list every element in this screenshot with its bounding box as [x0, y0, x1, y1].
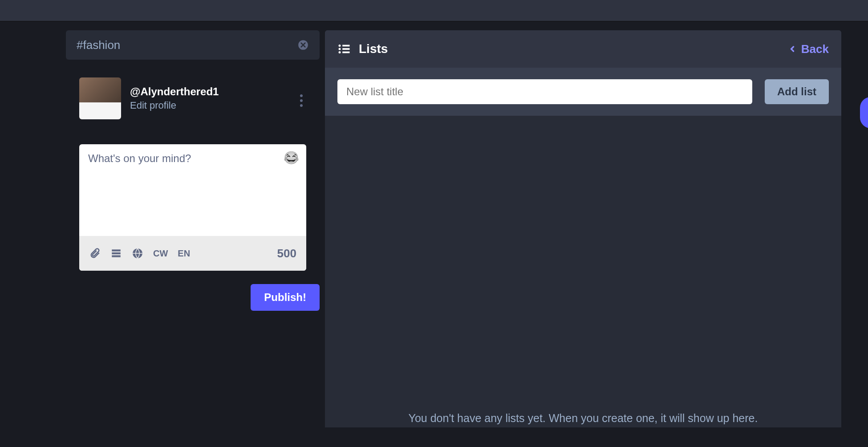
- compose-placeholder: What's on your mind?: [88, 152, 191, 164]
- compose-fab[interactable]: [860, 97, 868, 128]
- empty-state-text: You don't have any lists yet. When you c…: [325, 412, 841, 425]
- panel-title: Lists: [359, 42, 388, 56]
- lists-icon: [337, 42, 351, 56]
- svg-rect-2: [112, 252, 121, 254]
- svg-rect-10: [342, 52, 349, 53]
- emoji-picker-icon[interactable]: 😂: [284, 150, 299, 165]
- svg-rect-9: [342, 48, 349, 50]
- avatar[interactable]: [79, 77, 121, 119]
- user-handle[interactable]: @Alynderthered1: [130, 85, 219, 98]
- more-options-icon[interactable]: [300, 94, 303, 107]
- add-list-button[interactable]: Add list: [765, 79, 829, 104]
- search-input[interactable]: [77, 38, 297, 52]
- svg-rect-1: [112, 249, 121, 251]
- clear-search-icon[interactable]: [297, 39, 309, 51]
- svg-point-7: [339, 51, 341, 53]
- svg-rect-8: [342, 45, 349, 47]
- svg-point-6: [339, 48, 341, 50]
- publish-button[interactable]: Publish!: [251, 284, 320, 311]
- search-box[interactable]: [66, 30, 320, 60]
- back-button[interactable]: Back: [788, 42, 829, 56]
- language-toggle[interactable]: EN: [178, 248, 190, 259]
- poll-icon[interactable]: [110, 248, 122, 259]
- character-count: 500: [277, 247, 296, 260]
- left-column: @Alynderthered1 Edit profile What's on y…: [0, 30, 325, 447]
- attach-icon[interactable]: [89, 248, 101, 259]
- top-bar: [0, 0, 868, 21]
- panel-header: Lists Back: [325, 30, 841, 68]
- content-warning-toggle[interactable]: CW: [153, 248, 168, 259]
- right-column: Lists Back Add list You don't have any l…: [325, 30, 868, 447]
- compose-box: What's on your mind? 😂 CW EN 500: [79, 144, 306, 271]
- profile-row: @Alynderthered1 Edit profile: [66, 77, 320, 119]
- back-label: Back: [801, 42, 829, 56]
- new-list-title-input[interactable]: [337, 79, 752, 104]
- add-list-row: Add list: [325, 68, 841, 116]
- svg-point-5: [339, 45, 341, 47]
- compose-toolbar: CW EN 500: [79, 236, 306, 271]
- lists-panel: Lists Back Add list You don't have any l…: [325, 30, 841, 427]
- edit-profile-link[interactable]: Edit profile: [130, 100, 219, 111]
- compose-textarea[interactable]: What's on your mind? 😂: [79, 144, 306, 236]
- visibility-icon[interactable]: [132, 248, 143, 259]
- svg-rect-3: [112, 255, 121, 257]
- lists-body: You don't have any lists yet. When you c…: [325, 116, 841, 427]
